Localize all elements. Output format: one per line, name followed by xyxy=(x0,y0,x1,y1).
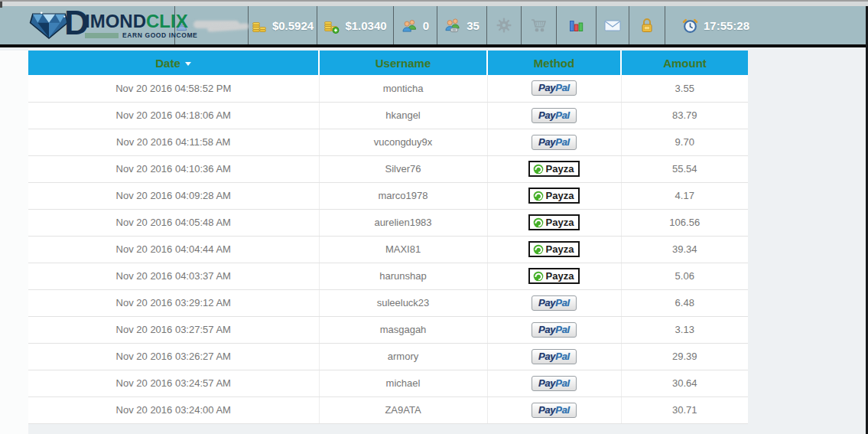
cell-date: Nov 20 2016 04:10:36 AM xyxy=(28,155,319,182)
tagline-bar xyxy=(85,33,119,38)
nav-item-direct-referrals[interactable]: 0 xyxy=(393,6,437,44)
table-row: Nov 20 2016 04:05:48 AM aurelien1983 Pay… xyxy=(28,209,748,236)
cell-date: Nov 20 2016 03:26:27 AM xyxy=(28,343,319,370)
cell-method: PayPal xyxy=(487,370,621,396)
logo-tagline: EARN GOOD INCOME xyxy=(122,32,197,39)
rented-referrals-count: 35 xyxy=(467,19,480,32)
cell-amount: 83.79 xyxy=(621,102,748,129)
rented-referrals-icon xyxy=(444,18,461,33)
logo-initial: D xyxy=(64,5,89,40)
column-header-date[interactable]: Date xyxy=(28,51,319,75)
table-row: Nov 20 2016 04:03:37 AM harunshap Payza … xyxy=(28,263,748,289)
table-row: Nov 20 2016 03:24:57 AM michael PayPal 3… xyxy=(28,370,748,396)
cell-username: vucongduy9x xyxy=(319,129,487,155)
cell-username: MAXI81 xyxy=(319,236,487,263)
table-row: Nov 20 2016 04:18:06 AM hkangel PayPal 8… xyxy=(28,102,748,129)
paypal-badge: PayPal xyxy=(532,295,577,311)
cell-method: Payza xyxy=(487,155,621,182)
cell-username: suleeluck23 xyxy=(319,289,487,316)
column-header-amount: Amount xyxy=(621,51,748,75)
cell-date: Nov 20 2016 04:09:28 AM xyxy=(28,182,319,209)
cell-amount: 29.39 xyxy=(621,343,748,370)
cell-amount: 55.54 xyxy=(621,155,748,182)
cell-date: Nov 20 2016 04:03:37 AM xyxy=(28,263,319,289)
cell-date: Nov 20 2016 04:18:06 AM xyxy=(28,102,319,129)
cell-amount: 6.48 xyxy=(621,289,748,316)
nav-item-security[interactable] xyxy=(629,6,665,44)
gear-icon xyxy=(496,18,512,33)
purchase-balance-value: $1.0340 xyxy=(345,19,386,32)
referrals-icon xyxy=(401,18,418,33)
payza-badge: Payza xyxy=(528,241,580,257)
nav-item-cash-balance[interactable]: $0.5924 xyxy=(248,6,317,44)
window-edge xyxy=(0,2,2,8)
table-header-row: Date Username Method Amount xyxy=(28,51,748,75)
payza-badge: Payza xyxy=(528,214,580,230)
table-row: Nov 20 2016 04:09:28 AM marco1978 Payza … xyxy=(28,182,748,209)
cash-balance-value: $0.5924 xyxy=(272,19,314,32)
payza-icon xyxy=(533,191,544,201)
diamond-icon xyxy=(29,9,69,41)
top-navbar: D IMONDCLIX EARN GOOD INCOME xyxy=(0,6,868,47)
cell-username: Silver76 xyxy=(319,155,487,182)
cell-method: Payza xyxy=(487,182,621,209)
paypal-badge: PayPal xyxy=(532,322,577,338)
column-header-amount-label: Amount xyxy=(663,57,707,70)
cell-username: monticha xyxy=(319,75,487,102)
nav-item-rented-referrals[interactable]: 35 xyxy=(437,6,486,44)
cell-method: PayPal xyxy=(487,102,621,129)
cell-username: aurelien1983 xyxy=(319,209,487,236)
nav-item-settings[interactable] xyxy=(486,6,521,44)
page-left-gutter xyxy=(0,51,28,434)
cell-method: Payza xyxy=(487,236,621,263)
cell-amount: 3.13 xyxy=(621,316,748,343)
paypal-badge: PayPal xyxy=(532,135,577,150)
stats-icon xyxy=(569,18,584,32)
cell-method: PayPal xyxy=(487,129,621,155)
nav-item-statistics[interactable] xyxy=(556,6,596,44)
column-header-date-label: Date xyxy=(155,57,180,70)
table-row: Nov 20 2016 03:29:12 AM suleeluck23 PayP… xyxy=(28,289,748,316)
payments-table: Date Username Method Amount Nov 20 2016 … xyxy=(28,51,748,424)
payza-icon xyxy=(533,164,544,175)
cell-username: harunshap xyxy=(319,263,487,289)
paypal-badge: PayPal xyxy=(532,376,577,391)
nav-item-shop[interactable] xyxy=(521,6,556,44)
logo-word: IMOND xyxy=(85,11,146,31)
cell-date: Nov 20 2016 03:29:12 AM xyxy=(28,289,319,316)
logo-word-accent: CLIX xyxy=(146,11,188,31)
column-header-method: Method xyxy=(487,51,621,75)
cell-date: Nov 20 2016 04:11:58 AM xyxy=(28,129,319,155)
logo-home-link[interactable]: D IMONDCLIX EARN GOOD INCOME xyxy=(0,6,174,44)
cell-date: Nov 20 2016 04:58:52 PM xyxy=(28,75,319,102)
cell-date: Nov 20 2016 03:24:00 AM xyxy=(28,396,319,423)
logo-text: D IMONDCLIX EARN GOOD INCOME xyxy=(64,12,197,39)
column-header-method-label: Method xyxy=(534,57,574,70)
mail-icon xyxy=(604,20,621,31)
column-header-username-label: Username xyxy=(375,57,431,70)
cell-amount: 30.71 xyxy=(621,396,748,423)
cart-icon xyxy=(531,18,548,32)
cell-username: michael xyxy=(319,370,487,396)
table-row: Nov 20 2016 04:11:58 AM vucongduy9x PayP… xyxy=(28,129,748,155)
logo: D IMONDCLIX EARN GOOD INCOME xyxy=(29,9,197,41)
payza-icon xyxy=(533,271,544,282)
direct-referrals-count: 0 xyxy=(423,19,429,32)
cell-method: Payza xyxy=(487,263,621,289)
cell-amount: 39.34 xyxy=(621,236,748,263)
paypal-badge: PayPal xyxy=(532,80,577,96)
nav-item-messages[interactable] xyxy=(596,6,629,44)
clock-icon xyxy=(682,18,698,34)
table-row: Nov 20 2016 04:10:36 AM Silver76 Payza 5… xyxy=(28,155,748,182)
nav-item-purchase-balance[interactable]: $1.0340 xyxy=(317,6,393,44)
table-row: Nov 20 2016 03:27:57 AM masgagah PayPal … xyxy=(28,316,748,343)
coins-icon xyxy=(252,18,267,33)
cell-date: Nov 20 2016 03:27:57 AM xyxy=(28,316,319,343)
server-time-value: 17:55:28 xyxy=(704,19,749,32)
cell-username: armory xyxy=(319,343,487,370)
payza-icon xyxy=(533,217,544,228)
cell-amount: 9.70 xyxy=(621,129,748,155)
cell-date: Nov 20 2016 04:05:48 AM xyxy=(28,209,319,236)
table-row: Nov 20 2016 03:24:00 AM ZA9ATA PayPal 30… xyxy=(28,396,748,423)
sort-desc-icon xyxy=(185,62,191,66)
